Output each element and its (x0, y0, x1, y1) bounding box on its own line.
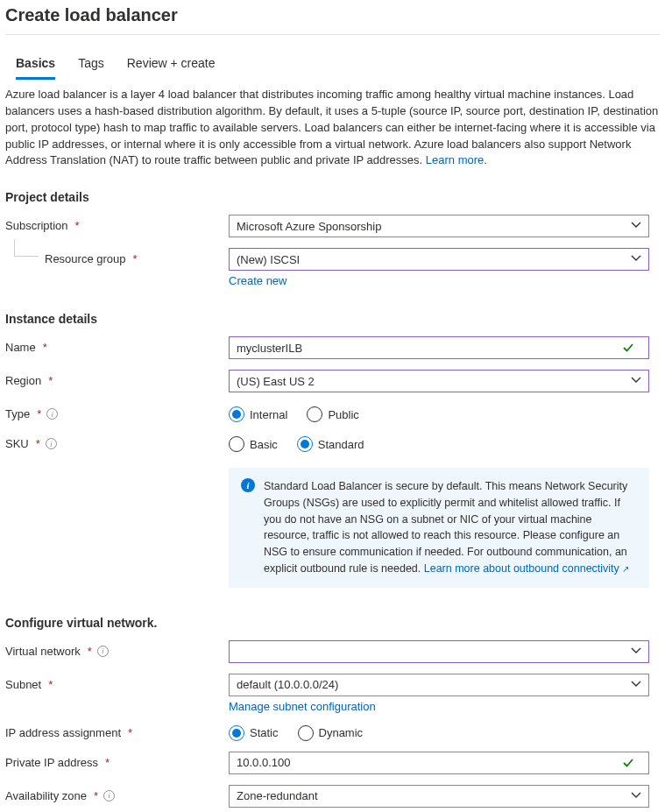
sku-radio-group: Basic Standard (229, 433, 649, 452)
required-icon: * (37, 407, 41, 420)
learn-more-link[interactable]: Learn more. (426, 153, 487, 166)
label-subscription: Subscription (5, 219, 68, 232)
region-select[interactable]: (US) East US 2 (229, 370, 649, 392)
tree-line-icon (14, 239, 39, 257)
section-instance-details: Instance details (5, 312, 660, 326)
required-icon: * (43, 341, 47, 354)
tabs: Basics Tags Review + create (5, 51, 660, 80)
required-icon: * (94, 789, 98, 802)
manage-subnet-link[interactable]: Manage subnet configuration (229, 700, 376, 713)
required-icon: * (88, 645, 92, 658)
virtual-network-select[interactable] (229, 640, 649, 663)
required-icon: * (48, 678, 53, 691)
type-public-radio[interactable]: Public (307, 406, 358, 422)
private-ip-input[interactable]: 10.0.0.100 (229, 752, 649, 774)
subnet-value: default (10.0.0.0/24) (237, 678, 338, 691)
label-ip-assignment: IP address assignment (5, 726, 121, 739)
ip-assignment-radio-group: Static Dynamic (229, 722, 649, 741)
info-icon[interactable]: i (103, 790, 115, 801)
info-icon[interactable]: i (46, 408, 58, 420)
description-text: Azure load balancer is a layer 4 load ba… (5, 87, 660, 169)
page-title: Create load balancer (5, 5, 660, 25)
infobox-text: Standard Load Balancer is secure by defa… (264, 480, 627, 575)
sku-basic-label: Basic (250, 438, 278, 451)
required-icon: * (48, 374, 53, 387)
availability-zone-value: Zone-redundant (237, 789, 318, 802)
info-icon: i (241, 478, 255, 492)
chevron-down-icon (631, 220, 641, 233)
label-name: Name (5, 341, 36, 354)
type-radio-group: Internal Public (229, 403, 649, 422)
private-ip-value: 10.0.0.100 (237, 756, 290, 769)
region-value: (US) East US 2 (237, 375, 315, 388)
section-project-details: Project details (5, 190, 660, 204)
ip-dynamic-radio[interactable]: Dynamic (298, 725, 364, 741)
chevron-down-icon (631, 645, 641, 658)
label-sku: SKU (5, 437, 29, 450)
tab-review-create[interactable]: Review + create (127, 51, 216, 80)
sku-standard-radio[interactable]: Standard (297, 436, 364, 452)
label-type: Type (5, 407, 30, 420)
create-new-link[interactable]: Create new (229, 274, 287, 287)
required-icon: * (105, 756, 110, 769)
label-virtual-network: Virtual network (5, 645, 81, 658)
section-configure-network: Configure virtual network. (5, 616, 660, 630)
name-input[interactable]: myclusterILB (229, 336, 649, 359)
chevron-down-icon (631, 253, 641, 266)
sku-info-box: i Standard Load Balancer is secure by de… (229, 468, 649, 588)
subscription-value: Microsoft Azure Sponsorship (237, 220, 381, 233)
name-value: myclusterILB (237, 342, 302, 355)
tab-basics[interactable]: Basics (16, 51, 55, 80)
label-subnet: Subnet (5, 678, 41, 691)
resource-group-select[interactable]: (New) ISCSI (229, 248, 649, 271)
type-internal-label: Internal (250, 408, 287, 421)
required-icon: * (128, 726, 132, 739)
subnet-select[interactable]: default (10.0.0.0/24) (229, 674, 649, 696)
divider (5, 34, 660, 35)
subscription-select[interactable]: Microsoft Azure Sponsorship (229, 215, 649, 237)
outbound-link[interactable]: Learn more about outbound connectivity (424, 562, 629, 575)
tab-tags[interactable]: Tags (78, 51, 104, 80)
ip-static-radio[interactable]: Static (229, 725, 279, 741)
type-public-label: Public (328, 408, 358, 421)
label-region: Region (5, 374, 41, 387)
chevron-down-icon (631, 789, 641, 802)
label-availability-zone: Availability zone (5, 789, 87, 802)
type-internal-radio[interactable]: Internal (229, 406, 287, 422)
sku-standard-label: Standard (318, 438, 364, 451)
chevron-down-icon (631, 678, 641, 691)
availability-zone-select[interactable]: Zone-redundant (229, 785, 649, 808)
required-icon: * (36, 437, 40, 450)
ip-static-label: Static (250, 726, 279, 739)
description-body: Azure load balancer is a layer 4 load ba… (5, 88, 658, 166)
resource-group-value: (New) ISCSI (237, 253, 300, 266)
info-icon[interactable]: i (46, 438, 57, 449)
required-icon: * (75, 219, 80, 232)
chevron-down-icon (631, 375, 641, 388)
required-icon: * (133, 252, 138, 265)
label-resource-group: Resource group (45, 252, 126, 265)
label-private-ip: Private IP address (5, 756, 98, 769)
ip-dynamic-label: Dynamic (319, 726, 364, 739)
info-icon[interactable]: i (97, 646, 109, 657)
sku-basic-radio[interactable]: Basic (229, 436, 278, 452)
